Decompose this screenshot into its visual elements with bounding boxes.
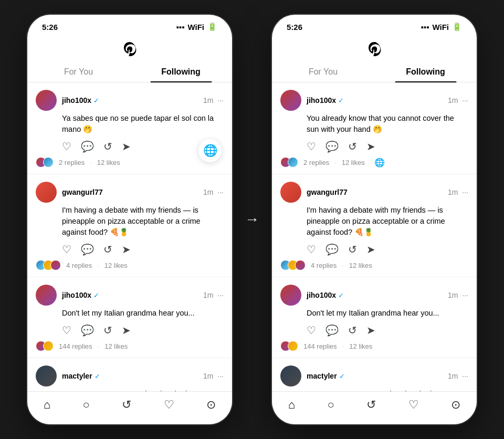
post-time-right-3: 1m xyxy=(448,291,458,299)
post-header-right-2: gwangurl77 1m ··· xyxy=(280,182,468,203)
like-btn-right-2[interactable]: ♡ xyxy=(307,243,316,256)
more-icon-left-1[interactable]: ··· xyxy=(217,96,224,104)
post-stats-right-3: 144 replies · 12 likes xyxy=(280,341,468,358)
share-btn-right-2[interactable]: ➤ xyxy=(366,243,375,256)
post-time-right-2: 1m xyxy=(448,188,458,196)
post-header-left-info-3: jiho100x ✓ xyxy=(36,285,99,306)
nav-search-left[interactable]: ○ xyxy=(83,398,90,412)
nav-activity-left[interactable]: ↺ xyxy=(122,398,131,412)
avatar-right-1 xyxy=(280,90,301,111)
post-time-more-left-3: 1m ··· xyxy=(203,291,224,299)
tab-following-left[interactable]: Following xyxy=(130,62,232,82)
nav-profile-right[interactable]: ⊙ xyxy=(451,398,460,412)
nav-home-left[interactable]: ⌂ xyxy=(44,398,50,412)
repost-btn-right-1[interactable]: ↺ xyxy=(348,140,357,153)
threads-logo-svg-right xyxy=(366,40,383,57)
avatar-left-4 xyxy=(36,365,57,386)
comment-btn-right-1[interactable]: 💬 xyxy=(326,140,339,153)
post-header-right-info-3: jiho100x ✓ xyxy=(280,285,344,306)
post-header-left-4: mactyler ✓ 1m ··· xyxy=(36,365,224,386)
more-icon-left-3[interactable]: ··· xyxy=(217,291,224,299)
like-btn-right-1[interactable]: ♡ xyxy=(307,140,316,153)
post-meta-left-2: gwangurl77 xyxy=(62,188,103,196)
more-icon-right-1[interactable]: ··· xyxy=(462,96,468,104)
dot-right-1: · xyxy=(334,159,337,166)
repost-btn-left-2[interactable]: ↺ xyxy=(103,243,112,256)
more-icon-right-4[interactable]: ··· xyxy=(462,372,468,380)
status-icons-right: ▪▪▪ WiFi 🔋 xyxy=(421,22,462,32)
repost-btn-left-3[interactable]: ↺ xyxy=(103,324,112,337)
more-icon-left-2[interactable]: ··· xyxy=(217,188,224,196)
post-time-more-right-1: 1m ··· xyxy=(448,96,468,104)
repost-btn-right-2[interactable]: ↺ xyxy=(348,243,357,256)
time-left: 5:26 xyxy=(42,23,58,32)
translate-icon: 🌐 xyxy=(203,144,217,158)
likes-count-right-3: 12 likes xyxy=(349,342,372,350)
share-btn-left-3[interactable]: ➤ xyxy=(122,324,131,337)
post-left-3: jiho100x ✓ 1m ··· Don't let my Italian g… xyxy=(27,277,232,358)
signal-icon-right: ▪▪▪ xyxy=(421,23,429,32)
comment-btn-left-1[interactable]: 💬 xyxy=(81,140,94,153)
post-actions-right-2: ♡ 💬 ↺ ➤ xyxy=(280,243,468,256)
post-meta-right-3: jiho100x ✓ xyxy=(307,291,344,299)
feed-right[interactable]: jiho100x ✓ 1m ··· You already know that … xyxy=(272,82,477,391)
share-btn-right-1[interactable]: ➤ xyxy=(366,140,375,153)
post-content-right-2: I'm having a debate with my friends — is… xyxy=(280,205,468,238)
post-time-more-left-4: 1m ··· xyxy=(203,372,224,380)
post-header-left-1: jiho100x ✓ 1m ··· xyxy=(36,90,224,111)
comment-btn-right-2[interactable]: 💬 xyxy=(326,243,339,256)
feed-left[interactable]: jiho100x ✓ 1m ··· Ya sabes que no se pue… xyxy=(27,82,232,391)
nav-profile-left[interactable]: ⊙ xyxy=(206,398,216,412)
repost-btn-right-3[interactable]: ↺ xyxy=(348,324,357,337)
share-btn-right-3[interactable]: ➤ xyxy=(366,324,375,337)
reply-avatars-right-3 xyxy=(280,341,298,351)
like-btn-left-3[interactable]: ♡ xyxy=(62,324,71,337)
translate-icon-small[interactable]: 🌐 xyxy=(374,158,385,168)
reply-avatar-3b xyxy=(43,341,54,351)
post-time-right-1: 1m xyxy=(448,96,458,104)
comment-btn-left-2[interactable]: 💬 xyxy=(81,243,94,256)
like-btn-left-1[interactable]: ♡ xyxy=(62,140,71,153)
post-time-more-left-1: 1m ··· xyxy=(203,96,224,104)
post-stats-left-1: 2 replies · 12 likes xyxy=(36,157,224,174)
tab-for-you-right[interactable]: For You xyxy=(272,62,374,82)
replies-count-right-1: 2 replies xyxy=(303,159,329,166)
post-header-right-info-1: jiho100x ✓ xyxy=(280,90,344,111)
phone-left: 5:26 ▪▪▪ WiFi 🔋 For You Following xyxy=(27,15,232,424)
verified-right-4: ✓ xyxy=(339,372,345,380)
dot-left-1: · xyxy=(90,159,92,166)
bottom-nav-left: ⌂ ○ ↺ ♡ ⊙ xyxy=(27,391,232,424)
share-btn-left-2[interactable]: ➤ xyxy=(122,243,131,256)
comment-btn-left-3[interactable]: 💬 xyxy=(81,324,94,337)
like-btn-left-2[interactable]: ♡ xyxy=(62,243,71,256)
nav-home-right[interactable]: ⌂ xyxy=(288,398,295,412)
nav-search-right[interactable]: ○ xyxy=(328,398,334,412)
avatar-right-4 xyxy=(280,365,301,386)
replies-count-left-3: 144 replies xyxy=(59,342,92,350)
post-header-left-info-4: mactyler ✓ xyxy=(36,365,100,386)
translate-button-left[interactable]: 🌐 xyxy=(198,139,222,162)
username-right-4: mactyler xyxy=(307,372,337,380)
more-icon-right-3[interactable]: ··· xyxy=(462,291,468,299)
post-meta-right-2: gwangurl77 xyxy=(307,188,348,196)
comment-btn-right-3[interactable]: 💬 xyxy=(326,324,339,337)
post-left-2: gwangurl77 1m ··· I'm having a debate wi… xyxy=(27,174,232,277)
post-content-left-4: Best summer memory = hearing the ice cre… xyxy=(36,389,224,391)
threads-logo-svg-left xyxy=(121,40,138,57)
nav-activity-right[interactable]: ↺ xyxy=(366,398,376,412)
nav-likes-left[interactable]: ♡ xyxy=(164,398,174,412)
nav-likes-right[interactable]: ♡ xyxy=(408,398,419,412)
post-time-right-4: 1m xyxy=(448,372,458,380)
more-icon-right-2[interactable]: ··· xyxy=(462,188,468,196)
share-btn-left-1[interactable]: ➤ xyxy=(122,140,131,153)
repost-btn-left-1[interactable]: ↺ xyxy=(103,140,112,153)
header-left: For You Following xyxy=(27,36,232,82)
tab-for-you-left[interactable]: For You xyxy=(27,62,130,82)
post-right-3: jiho100x ✓ 1m ··· Don't let my Italian g… xyxy=(272,277,477,358)
like-btn-right-3[interactable]: ♡ xyxy=(307,324,316,337)
more-icon-left-4[interactable]: ··· xyxy=(217,372,224,380)
tab-following-right[interactable]: Following xyxy=(374,62,477,82)
post-stats-left-3: 144 replies · 12 likes xyxy=(36,341,224,358)
post-header-left-2: gwangurl77 1m ··· xyxy=(36,182,224,203)
post-content-left-2: I'm having a debate with my friends — is… xyxy=(36,205,224,238)
